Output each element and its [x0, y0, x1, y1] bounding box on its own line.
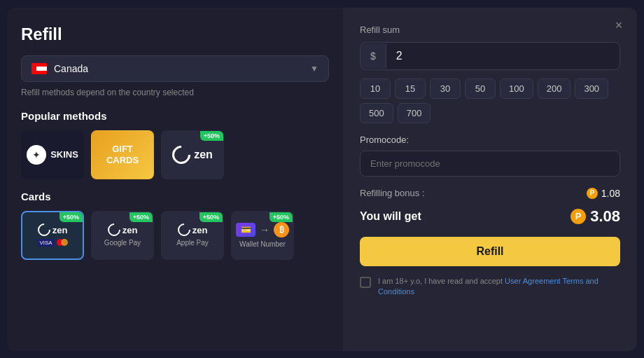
terms-text: I am 18+ y.o, I have read and accept Use…	[378, 276, 620, 298]
card-zen-gpay[interactable]: +50% zen Google Pay	[91, 211, 154, 260]
cards-grid: +50% zen VISA +50% zen	[21, 211, 329, 260]
amount-input[interactable]	[386, 43, 620, 69]
card-zen-apay[interactable]: +50% zen Apple Pay	[161, 211, 224, 260]
country-note: Refill methods depend on the country sel…	[21, 88, 329, 97]
zen-gpay-circle-icon	[105, 221, 122, 238]
visa-icon: VISA	[37, 239, 54, 247]
zen-badge: +50%	[200, 131, 223, 141]
canada-flag	[31, 63, 47, 74]
gift-card-label: GifTCARDS	[106, 144, 139, 165]
wallet-badge: +50%	[270, 212, 293, 222]
quick-amount-300[interactable]: 300	[575, 78, 608, 99]
gpay-label: Google Pay	[104, 239, 141, 247]
zen-visa-badge: +50%	[59, 212, 83, 222]
promo-label: Promocode:	[360, 135, 620, 145]
mc-circle-right	[61, 239, 68, 246]
quick-amount-15[interactable]: 15	[395, 78, 426, 99]
gift-card-content: GifTCARDS	[106, 144, 139, 165]
left-panel: Refill Canada ▼ Refill methods depend on…	[7, 8, 343, 351]
zen-apay-logo: zen	[178, 223, 208, 236]
popular-methods-title: Popular methods	[21, 110, 329, 122]
method-skins[interactable]: ✦ SKINS	[21, 130, 84, 179]
cs-icon: ✦	[27, 145, 46, 165]
you-get-label: You will get	[360, 210, 421, 223]
promo-input[interactable]	[360, 151, 620, 177]
quick-amount-700[interactable]: 700	[398, 103, 431, 123]
zen-text: zen	[194, 149, 213, 161]
zen-gpay-logo: zen	[108, 223, 138, 236]
zen-gpay-badge: +50%	[130, 212, 153, 222]
bonus-amount: 1.08	[601, 188, 620, 199]
zen-small-text: zen	[52, 225, 68, 235]
quick-amount-100[interactable]: 100	[500, 78, 533, 99]
zen-logo: zen	[172, 146, 213, 164]
card-zen-visa[interactable]: +50% zen VISA	[21, 211, 84, 260]
quick-amount-10[interactable]: 10	[360, 78, 391, 99]
quick-amount-500[interactable]: 500	[360, 103, 393, 123]
zen-card-logo: zen	[38, 223, 68, 236]
country-selector[interactable]: Canada ▼	[21, 55, 329, 82]
p-coin-lg-icon: P	[570, 209, 586, 224]
popular-methods-grid: ✦ SKINS GifTCARDS +50% zen	[21, 130, 329, 179]
refill-sum-label: Refill sum	[360, 25, 620, 35]
terms-row: I am 18+ y.o, I have read and accept Use…	[360, 276, 620, 298]
mastercard-icon	[57, 239, 68, 246]
amount-input-row: $	[360, 42, 620, 70]
cards-title: Cards	[21, 191, 329, 202]
card-wallet[interactable]: +50% 💳 → ₿ Wallet Number	[231, 211, 294, 260]
bonus-label: Refilling bonus :	[360, 188, 425, 198]
you-get-value: P 3.08	[570, 207, 620, 226]
refill-modal: Refill Canada ▼ Refill methods depend on…	[7, 8, 637, 351]
arrow-icon: →	[260, 224, 270, 235]
zen-apay-text: zen	[192, 225, 208, 235]
bitcoin-icon: ₿	[274, 222, 289, 237]
quick-amount-30[interactable]: 30	[430, 78, 461, 99]
wallet-content: 💳 → ₿	[236, 222, 289, 237]
zen-apay-badge: +50%	[200, 212, 223, 222]
quick-amounts: 10 15 30 50 100 200 300 500 700	[360, 78, 620, 123]
bonus-value: P 1.08	[587, 188, 620, 199]
wallet-icon: 💳	[236, 223, 255, 237]
method-gift-cards[interactable]: GifTCARDS	[91, 130, 154, 179]
page-title: Refill	[21, 25, 329, 44]
wallet-label: Wallet Number	[239, 240, 286, 248]
zen-small-circle-icon	[35, 221, 52, 238]
p-coin-icon: P	[587, 188, 598, 199]
you-get-row: You will get P 3.08	[360, 207, 620, 226]
chevron-down-icon: ▼	[310, 64, 318, 74]
close-button[interactable]: ×	[609, 16, 629, 36]
terms-checkbox[interactable]	[360, 277, 371, 288]
skins-label: SKINS	[50, 149, 78, 160]
visa-mc-icons: VISA	[37, 239, 67, 247]
currency-symbol: $	[360, 43, 386, 69]
zen-circle-icon	[169, 142, 195, 167]
you-get-amount: 3.08	[590, 207, 620, 226]
method-zen[interactable]: +50% zen	[161, 130, 224, 179]
refill-button[interactable]: Refill	[360, 237, 620, 266]
right-panel: × Refill sum $ 10 15 30 50 100 200 300 5…	[343, 8, 637, 351]
apay-label: Apple Pay	[176, 239, 209, 247]
quick-amount-200[interactable]: 200	[538, 78, 571, 99]
zen-apay-circle-icon	[175, 221, 192, 238]
country-name: Canada	[54, 63, 303, 74]
quick-amount-50[interactable]: 50	[465, 78, 496, 99]
skins-content: ✦ SKINS	[27, 145, 78, 165]
zen-gpay-text: zen	[122, 225, 138, 235]
bonus-row: Refilling bonus : P 1.08	[360, 188, 620, 199]
